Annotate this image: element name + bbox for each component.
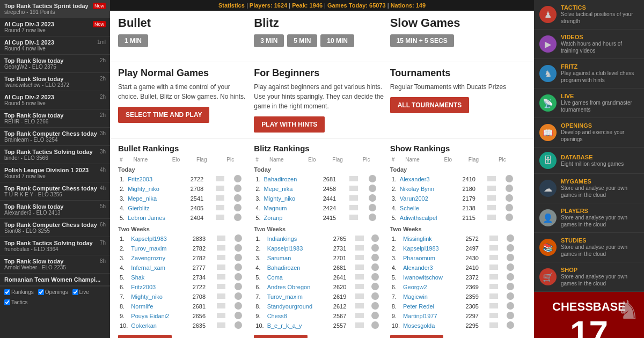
player-name[interactable]: Turov_maxim bbox=[129, 244, 191, 253]
filter-live[interactable]: Live bbox=[72, 289, 89, 295]
blitz-5min-btn[interactable]: 5 MIN bbox=[287, 34, 317, 47]
player-name[interactable]: Pouya Eidani2 bbox=[129, 311, 191, 321]
right-menu-videos[interactable]: ▶ VIDEOS Watch hours and hours of traini… bbox=[534, 30, 644, 59]
player-name[interactable]: Gierblitz bbox=[126, 203, 189, 213]
show-full-list-btn[interactable]: FULL LIST bbox=[390, 335, 444, 338]
player-name[interactable]: Infernal_xam bbox=[129, 263, 191, 273]
sidebar-item[interactable]: 2hTop Rank Slow todayIwanowitschow - ELO… bbox=[0, 73, 110, 91]
player-name[interactable]: Mighty_niko bbox=[262, 194, 321, 203]
chessbase-ad: CHESSBASE 17 ♞ NEW LEVEL OF CHESS ANALYS… bbox=[534, 292, 644, 338]
player-name[interactable]: Mighty_niko bbox=[126, 184, 189, 194]
player-name[interactable]: Bahadirozen bbox=[266, 263, 332, 273]
sidebar-item[interactable]: 4hTop Rank Computer Chess todayT U R K E… bbox=[0, 182, 110, 201]
player-name[interactable]: Alexander3 bbox=[398, 174, 461, 184]
sidebar-item[interactable]: Romanian Team Women Champi... bbox=[0, 274, 110, 286]
player-name[interactable]: Alexander3 bbox=[401, 263, 464, 273]
player-name[interactable]: Schelle bbox=[398, 203, 461, 213]
right-menu-mygames[interactable]: ☁ MYGAMES Store and analyse your own gam… bbox=[534, 174, 644, 203]
player-name[interactable]: Lebron James bbox=[126, 213, 189, 223]
player-name[interactable]: Missinglink bbox=[401, 234, 464, 244]
right-menu-studies[interactable]: 📚 STUDIES Store and analyse your own gam… bbox=[534, 233, 644, 262]
player-name[interactable]: Varun2002 bbox=[398, 194, 461, 203]
sidebar-item[interactable]: 2hTop Rank Slow todayREHR - ELO 2266 bbox=[0, 109, 110, 128]
player-elo: 2497 bbox=[464, 244, 487, 253]
right-menu-openings[interactable]: 📖 OPENINGS Develop and exercise your ope… bbox=[534, 118, 644, 148]
all-tournaments-btn[interactable]: ALL TOURNAMENTS bbox=[390, 97, 470, 113]
player-name[interactable]: Georgw2 bbox=[401, 282, 464, 292]
bullet-1min-btn[interactable]: 1 MIN bbox=[118, 34, 148, 47]
player-flag bbox=[486, 184, 504, 194]
play-hints-btn[interactable]: PLAY WITH HINTS bbox=[254, 116, 325, 133]
player-name[interactable]: Zoranp bbox=[262, 213, 321, 223]
avatar-icon bbox=[235, 283, 242, 290]
player-name[interactable]: Iwanowitschow bbox=[401, 273, 464, 282]
player-name[interactable]: Andres Obregon bbox=[266, 282, 332, 292]
slow-time-btns: 15 MIN + 5 SECS bbox=[390, 34, 521, 47]
player-name[interactable]: Bahadirozen bbox=[262, 174, 321, 184]
menu-title: PLAYERS bbox=[561, 208, 639, 214]
player-name[interactable]: Fritz2003 bbox=[126, 174, 189, 184]
blitz-10min-btn[interactable]: 10 MIN bbox=[320, 34, 354, 47]
player-name[interactable]: Gokerkan bbox=[129, 321, 191, 330]
sidebar-item[interactable]: 3hTop Rank Computer Chess todayBrainlear… bbox=[0, 128, 110, 146]
bullet-full-list-btn[interactable]: FULL LIST bbox=[118, 335, 172, 338]
player-name[interactable]: Turov_maxim bbox=[266, 292, 332, 302]
player-name[interactable]: Mosesgolda bbox=[401, 321, 464, 330]
player-name[interactable]: Pharaomum bbox=[401, 253, 464, 263]
sidebar-item[interactable]: 2hAI Cup Div-2 2023Round 5 now live bbox=[0, 91, 110, 109]
blitz-full-list-btn[interactable]: FULL LIST bbox=[254, 335, 308, 338]
sidebar-item[interactable]: 2hTop Rank Slow todayGeorgW2 - ELO 2375 bbox=[0, 55, 110, 73]
sidebar-item[interactable]: 1mlAI Cup Div-1 2023Round 4 now live bbox=[0, 36, 110, 55]
sidebar-item[interactable]: 5hTop Rank Slow todayAlexander3 - ELO 24… bbox=[0, 201, 110, 219]
right-menu-fritz[interactable]: ♞ FRITZ Play against a club level chess … bbox=[534, 59, 644, 89]
player-flag bbox=[488, 311, 505, 321]
filter-tactics[interactable]: Tactics bbox=[4, 299, 28, 305]
right-menu-tactics[interactable]: ♟ TACTICS Solve tactical positions of yo… bbox=[534, 0, 644, 30]
right-menu-players[interactable]: 👤 PLAYERS Store and analyse your own gam… bbox=[534, 203, 644, 233]
slow-15min-btn[interactable]: 15 MIN + 5 SECS bbox=[390, 34, 454, 47]
player-name[interactable]: Shak bbox=[129, 273, 191, 282]
filter-openings[interactable]: Openings bbox=[38, 289, 68, 295]
right-menu-database[interactable]: 🗄 DATABASE Eight million strong games bbox=[534, 148, 644, 174]
player-pic bbox=[504, 194, 521, 203]
sidebar-item[interactable]: 4hPolish League Division 1 2023Round 7 n… bbox=[0, 164, 110, 182]
player-name[interactable]: Chess8 bbox=[266, 311, 332, 321]
sidebar-item[interactable]: NowTop Rank Tactics Sprint todaystrepcho… bbox=[0, 0, 110, 18]
sidebar-item[interactable]: 6hTop Rank Computer Chess todaySion08 - … bbox=[0, 219, 110, 237]
player-name[interactable]: Magnum bbox=[262, 203, 321, 213]
filter-rankings[interactable]: Rankings bbox=[4, 289, 34, 295]
right-menu-shop[interactable]: 🛒 SHOP Store and analyse your own games … bbox=[534, 262, 644, 292]
player-name[interactable]: Fritz2003 bbox=[129, 282, 191, 292]
sidebar-item[interactable]: 3hTop Rank Tactics Solving todaybinder -… bbox=[0, 146, 110, 164]
flag-icon bbox=[217, 236, 225, 241]
player-name[interactable]: Nikolay Bynn bbox=[398, 184, 461, 194]
player-elo: 2701 bbox=[332, 253, 354, 263]
player-name[interactable]: B_e_r_k_a_y bbox=[266, 321, 332, 330]
player-flag bbox=[215, 321, 233, 330]
select-time-btn[interactable]: SELECT TIME AND PLAY bbox=[118, 107, 209, 123]
player-name[interactable]: Saruman bbox=[266, 253, 332, 263]
sidebar-item[interactable]: 8hTop Rank Slow todayArnold Weber - ELO … bbox=[0, 255, 110, 274]
player-name[interactable]: Zavengrozny bbox=[129, 253, 191, 263]
player-name[interactable]: Peter Redei bbox=[401, 302, 464, 311]
blitz-3min-btn[interactable]: 3 MIN bbox=[254, 34, 284, 47]
flag-icon bbox=[355, 245, 364, 251]
right-menu-live[interactable]: 📡 LIVE Live games from grandmaster tourn… bbox=[534, 89, 644, 118]
player-name[interactable]: Indiankings bbox=[266, 234, 332, 244]
player-name[interactable]: Coma bbox=[266, 273, 332, 282]
player-name[interactable]: Standyourground bbox=[266, 302, 332, 311]
player-name[interactable]: Martinpl1977 bbox=[401, 311, 464, 321]
player-name[interactable]: Adiwithscalpel bbox=[398, 213, 461, 223]
player-name[interactable]: Kapselpl1983 bbox=[129, 234, 191, 244]
avatar-icon bbox=[371, 263, 379, 271]
player-name[interactable]: Kapselpl1983 bbox=[401, 244, 464, 253]
sidebar-item[interactable]: NowAI Cup Div-3 2023Round 7 now live bbox=[0, 18, 110, 36]
player-name[interactable]: Magicwin bbox=[401, 292, 464, 302]
player-name[interactable]: Mighty_niko bbox=[129, 292, 191, 302]
player-name[interactable]: Kapselpl1983 bbox=[266, 244, 332, 253]
player-name[interactable]: Mepe_nika bbox=[126, 194, 189, 203]
player-name[interactable]: Mepe_nika bbox=[262, 184, 321, 194]
player-elo: 2415 bbox=[321, 213, 348, 223]
player-name[interactable]: Normlife bbox=[129, 302, 191, 311]
sidebar-item[interactable]: 7hTop Rank Tactics Solving todayfrunobul… bbox=[0, 237, 110, 255]
